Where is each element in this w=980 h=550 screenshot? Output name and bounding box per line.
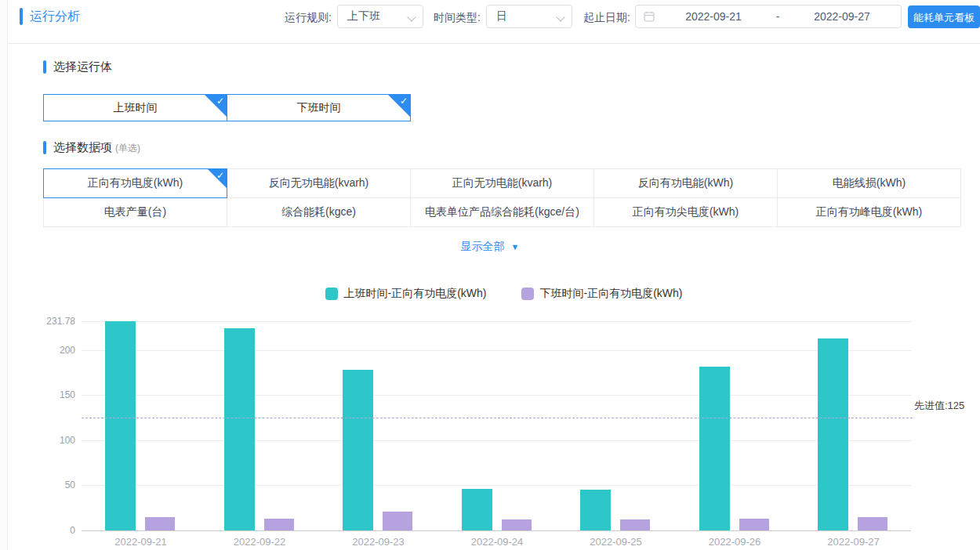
date-range-picker[interactable]: 2022-09-21 - 2022-09-27: [635, 5, 902, 28]
y-axis-label: 200: [28, 345, 75, 356]
data-item-option-label: 反向有功电能(kWh): [638, 176, 733, 190]
data-item-option-label: 电能线损(kWh): [833, 176, 906, 190]
x-axis-label: 2022-09-26: [676, 536, 794, 548]
y-axis-label: 100: [28, 435, 75, 446]
time-type-label: 时间类型:: [434, 11, 481, 25]
data-item-option-label: 正向有功峰电度(kWh): [816, 205, 922, 219]
x-axis-label: 2022-09-22: [201, 536, 319, 548]
gridline: [82, 530, 911, 531]
operation-analysis-page: 运行分析 运行规则: 上下班 时间类型: 日 起止日期: 2022-09-21 …: [0, 0, 980, 550]
y-axis-label: 231.78: [28, 316, 75, 327]
x-axis-label: 2022-09-24: [438, 536, 557, 548]
gridline: [82, 321, 911, 322]
data-item-option-10[interactable]: 正向有功峰电度(kWh): [777, 197, 961, 227]
legend-item-2[interactable]: 下班时间-正向有功电度(kWh): [521, 287, 683, 301]
show-all-toggle[interactable]: 显示全部▼: [0, 240, 980, 254]
data-item-option-label: 正向无功电能(kvarh): [452, 176, 553, 190]
gridline: [82, 440, 911, 441]
checkmark-icon: ✓: [400, 96, 408, 107]
y-axis-label: 150: [28, 389, 75, 400]
x-axis-label: 2022-09-21: [82, 536, 200, 548]
data-item-option-label: 电表产量(台): [104, 205, 166, 219]
header-divider: [8, 43, 980, 44]
y-axis-label: 50: [28, 479, 75, 490]
checkmark-icon: ✓: [216, 170, 224, 181]
bar: [739, 519, 769, 530]
x-axis-label: 2022-09-25: [557, 536, 675, 548]
rule-label: 运行规则:: [285, 11, 332, 25]
energy-unit-board-button[interactable]: 能耗单元看板: [908, 5, 980, 28]
legend-label: 下班时间-正向有功电度(kWh): [540, 287, 683, 301]
bar: [145, 517, 175, 530]
run-body-option-label: 下班时间: [297, 101, 341, 115]
show-all-label: 显示全部: [461, 240, 505, 252]
bar: [105, 321, 136, 530]
header-bar: 运行分析 运行规则: 上下班 时间类型: 日 起止日期: 2022-09-21 …: [0, 0, 980, 43]
section-accent-bar: [43, 60, 46, 74]
bar: [580, 490, 611, 530]
rule-select[interactable]: 上下班: [337, 5, 423, 28]
date-range-label: 起止日期:: [583, 11, 630, 25]
bar: [224, 328, 255, 530]
legend-swatch: [521, 288, 534, 300]
calendar-icon: [644, 11, 655, 22]
chevron-down-icon: [556, 13, 564, 21]
data-item-section-title-text: 选择数据项: [53, 140, 112, 154]
chart-legend: 上班时间-正向有功电度(kWh)下班时间-正向有功电度(kWh): [0, 287, 980, 301]
bar: [620, 519, 650, 530]
data-item-option-7[interactable]: 综合能耗(kgce): [227, 197, 411, 227]
title-accent-bar: [20, 8, 23, 25]
reference-line: [82, 418, 913, 418]
gridline: [82, 485, 911, 486]
legend-item-1[interactable]: 上班时间-正向有功电度(kWh): [325, 287, 487, 301]
time-type-select-value: 日: [496, 9, 507, 24]
data-item-option-2[interactable]: 反向无功电能(kvarh): [227, 168, 411, 198]
legend-label: 上班时间-正向有功电度(kWh): [344, 287, 487, 301]
date-end-input[interactable]: 2022-09-27: [783, 10, 901, 23]
data-item-option-9[interactable]: 正向有功尖电度(kWh): [593, 197, 778, 227]
data-item-option-8[interactable]: 电表单位产品综合能耗(kgce/台): [410, 197, 594, 227]
data-item-option-label: 正向有功电度(kWh): [88, 176, 183, 190]
bar: [343, 370, 373, 530]
bar: [818, 338, 848, 530]
page-title: 运行分析: [30, 9, 80, 25]
bar: [858, 517, 887, 530]
x-axis-label: 2022-09-23: [319, 536, 437, 548]
bar-chart: 050100150200231.782022-09-212022-09-2220…: [0, 0, 980, 550]
bar: [462, 489, 492, 530]
bar: [383, 512, 412, 530]
left-gutter: [0, 0, 8, 550]
rule-select-value: 上下班: [347, 9, 380, 24]
bar: [699, 367, 730, 530]
data-item-option-1[interactable]: 正向有功电度(kWh)✓: [43, 168, 227, 198]
date-start-input[interactable]: 2022-09-21: [655, 10, 772, 23]
date-separator: -: [772, 10, 783, 23]
run-body-options: 上班时间✓下班时间✓: [43, 94, 411, 121]
data-item-option-label: 正向有功尖电度(kWh): [633, 205, 739, 219]
data-item-section-title-suffix: (单选): [115, 143, 140, 154]
chevron-down-icon: [407, 13, 416, 21]
section-accent-bar: [43, 141, 46, 154]
triangle-down-icon: ▼: [511, 242, 520, 251]
data-item-grid: 正向有功电度(kWh)✓反向无功电能(kvarh)正向无功电能(kvarh)反向…: [43, 168, 965, 226]
data-item-option-label: 综合能耗(kgce): [281, 205, 356, 219]
data-item-section-title: 选择数据项(单选): [53, 140, 140, 155]
time-type-select[interactable]: 日: [486, 5, 572, 28]
data-item-option-label: 反向无功电能(kvarh): [269, 176, 369, 190]
bar: [502, 519, 532, 530]
run-body-section-title: 选择运行体: [53, 60, 112, 74]
data-item-option-4[interactable]: 反向有功电能(kWh): [593, 168, 778, 198]
data-item-option-label: 电表单位产品综合能耗(kgce/台): [425, 205, 579, 219]
run-body-option-label: 上班时间: [114, 101, 158, 115]
data-item-option-5[interactable]: 电能线损(kWh): [777, 168, 961, 198]
gridline: [82, 395, 911, 396]
data-item-option-6[interactable]: 电表产量(台): [43, 197, 227, 227]
reference-line-label: 先进值:125: [914, 399, 964, 413]
y-axis-label: 0: [28, 525, 75, 536]
bar: [264, 519, 294, 530]
data-item-option-3[interactable]: 正向无功电能(kvarh): [410, 168, 594, 198]
run-body-option-1[interactable]: 上班时间✓: [43, 94, 227, 121]
x-axis-label: 2022-09-27: [794, 536, 913, 548]
run-body-option-2[interactable]: 下班时间✓: [227, 94, 411, 121]
checkmark-icon: ✓: [216, 96, 224, 107]
